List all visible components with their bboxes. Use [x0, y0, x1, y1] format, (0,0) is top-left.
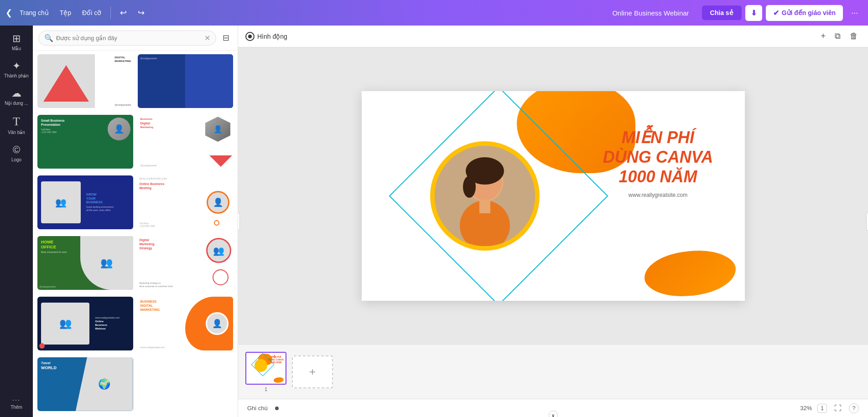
- page-count-button[interactable]: 1: [817, 404, 827, 413]
- sidebar-item-mau[interactable]: ⊞ Mẫu: [2, 29, 31, 55]
- mini-text: MIỄN PHÍDÙNG CANVA1000 NĂM: [268, 355, 284, 364]
- templates-panel: 🔍 ✕ ⊟ DIGITALMARKETING @reallygreatsite: [33, 26, 238, 417]
- template-icon: ⊞: [12, 33, 21, 45]
- template-card-business-digital-marketing[interactable]: BusinessDigitalMarketing @reallygreatsit…: [138, 115, 234, 169]
- search-bar: 🔍 ✕ ⊟: [33, 26, 238, 51]
- canvas-sub-text: www.reallygreatsite.com: [585, 192, 731, 198]
- template-card-home-office[interactable]: HOMEOFFICE More convenient for work 👥 @r…: [37, 236, 133, 290]
- canvas-toolbar-right: + ⧉ 🗑: [818, 30, 861, 43]
- main-text-line2: DÙNG CANVA: [585, 147, 731, 167]
- person-photo: [435, 146, 535, 246]
- fullscreen-button[interactable]: ⛶: [832, 402, 843, 414]
- template-card-online-business-webinar[interactable]: 👥 www.reallygreatsite.com OnlineBusiness…: [37, 297, 133, 350]
- text-icon: T: [13, 115, 20, 129]
- filmstrip-mini-design: MIỄN PHÍDÙNG CANVA1000 NĂM: [246, 353, 286, 384]
- mini-yellow-circle: [255, 359, 267, 372]
- redo-button[interactable]: ↪: [134, 6, 148, 20]
- elements-icon: ✦: [12, 60, 21, 72]
- send-teacher-button[interactable]: ✔ Gửi đến giáo viên: [766, 5, 843, 21]
- search-input-wrap: 🔍 ✕: [38, 31, 216, 46]
- template-card-digital-marketing-strategy[interactable]: DigitalMarketingStrategy Marketing strat…: [138, 236, 234, 290]
- template-card-grow-business[interactable]: 👥 GROWYOURBUSINESS Good working environm…: [37, 175, 133, 229]
- project-name: Online Business Webinar: [612, 9, 689, 17]
- resize-left-handle[interactable]: ‹: [238, 212, 240, 231]
- filter-button[interactable]: ⊟: [220, 30, 232, 46]
- page-number-1: 1: [265, 386, 267, 392]
- resize-button[interactable]: Đổi cỡ: [78, 7, 105, 18]
- sidebar-item-noi-dung[interactable]: ☁ Nội dung ...: [2, 84, 31, 109]
- sidebar-item-them[interactable]: ··· Thêm: [2, 392, 31, 413]
- filmstrip-thumb-1[interactable]: MIỄN PHÍDÙNG CANVA1000 NĂM: [245, 352, 286, 385]
- icon-sidebar: ⊞ Mẫu ✦ Thành phần ☁ Nội dung ... T Văn …: [0, 26, 33, 417]
- delete-button[interactable]: 🗑: [847, 30, 861, 43]
- saved-status: Đã lưu tất cả thay đổi: [321, 9, 440, 16]
- clear-search-button[interactable]: ✕: [204, 34, 210, 42]
- top-navigation: ❮ Trang chủ Tệp Đổi cỡ ↩ ↪ Đã lưu tất cả…: [0, 0, 868, 26]
- logo-icon: ©: [13, 144, 20, 156]
- templates-grid: DIGITALMARKETING @reallygreatsite @reall…: [33, 51, 238, 417]
- canvas-toolbar: Hình động + ⧉ 🗑: [238, 26, 868, 47]
- template-card-online-business-meeting[interactable]: REALLYGREATSITE.COM Online BusinessMeeti…: [138, 175, 234, 229]
- template-card-digital-marketing-1[interactable]: DIGITALMARKETING @reallygreatsite: [37, 54, 133, 108]
- more-options-button[interactable]: ···: [847, 5, 863, 21]
- svg-point-4: [463, 176, 476, 198]
- photo-circle[interactable]: [435, 146, 535, 246]
- undo-button[interactable]: ↩: [116, 6, 130, 20]
- add-page-button[interactable]: +: [292, 355, 333, 388]
- more-icon: ···: [12, 396, 21, 403]
- template-card-business-digital-marketing-2[interactable]: BUSINESSDIGITALMARKETING www.reallygreat…: [138, 297, 234, 350]
- animation-circle-icon: [245, 32, 255, 41]
- nav-divider: [110, 6, 111, 19]
- mini-blob-bottom: [274, 377, 284, 383]
- zoom-level: 32%: [800, 405, 812, 412]
- sidebar-item-van-ban[interactable]: T Văn bản: [2, 111, 31, 139]
- animation-toggle[interactable]: Hình động: [245, 32, 287, 41]
- filmstrip: MIỄN PHÍDÙNG CANVA1000 NĂM 1 +: [238, 344, 868, 399]
- search-input[interactable]: [56, 35, 202, 41]
- notes-label: Ghi chú: [247, 405, 268, 412]
- canvas-main-text[interactable]: MIỄN PHÍ DÙNG CANVA 1000 NĂM: [585, 128, 731, 187]
- checkmark-icon: ✔: [773, 9, 779, 17]
- back-button[interactable]: ❮: [5, 8, 12, 18]
- title-area: Đã lưu tất cả thay đổi: [152, 9, 608, 17]
- sidebar-item-logo[interactable]: © Logo: [2, 140, 31, 166]
- status-right: 32% 1 ⛶ ?: [800, 402, 859, 414]
- canvas-area: Hình động + ⧉ 🗑 ‹: [238, 26, 868, 417]
- search-icon: 🔍: [44, 34, 53, 42]
- download-button[interactable]: ⬇: [745, 5, 762, 21]
- help-button[interactable]: ?: [849, 403, 859, 413]
- template-card-blue-solid[interactable]: @reallygreatsite: [138, 54, 234, 108]
- duplicate-button[interactable]: ⧉: [832, 30, 843, 43]
- add-element-button[interactable]: +: [818, 30, 828, 43]
- file-button[interactable]: Tệp: [56, 7, 75, 18]
- svg-rect-6: [479, 200, 490, 213]
- design-canvas: MIỄN PHÍ DÙNG CANVA 1000 NĂM www.reallyg…: [362, 91, 745, 301]
- sidebar-item-thanh-phan[interactable]: ✦ Thành phần: [2, 57, 31, 82]
- template-card-small-business[interactable]: Small BusinessPresentation Call Now +123…: [37, 115, 133, 169]
- filmstrip-page-1: MIỄN PHÍDÙNG CANVA1000 NĂM 1: [245, 352, 286, 392]
- resize-right-handle[interactable]: ›: [866, 212, 868, 231]
- share-button[interactable]: Chia sẻ: [702, 5, 742, 20]
- content-icon: ☁: [11, 88, 21, 99]
- home-button[interactable]: Trang chủ: [16, 7, 52, 18]
- main-layout: ⊞ Mẫu ✦ Thành phần ☁ Nội dung ... T Văn …: [0, 26, 868, 417]
- canvas-text-area: MIỄN PHÍ DÙNG CANVA 1000 NĂM www.reallyg…: [585, 128, 731, 199]
- template-card-travel-world[interactable]: Travel WORLD 🌍: [37, 357, 133, 411]
- canvas-scroll-area[interactable]: ‹: [238, 47, 868, 344]
- notes-dot: [275, 407, 279, 410]
- main-text-line1: MIỄN PHÍ: [585, 128, 731, 147]
- main-text-line3: 1000 NĂM: [585, 167, 731, 186]
